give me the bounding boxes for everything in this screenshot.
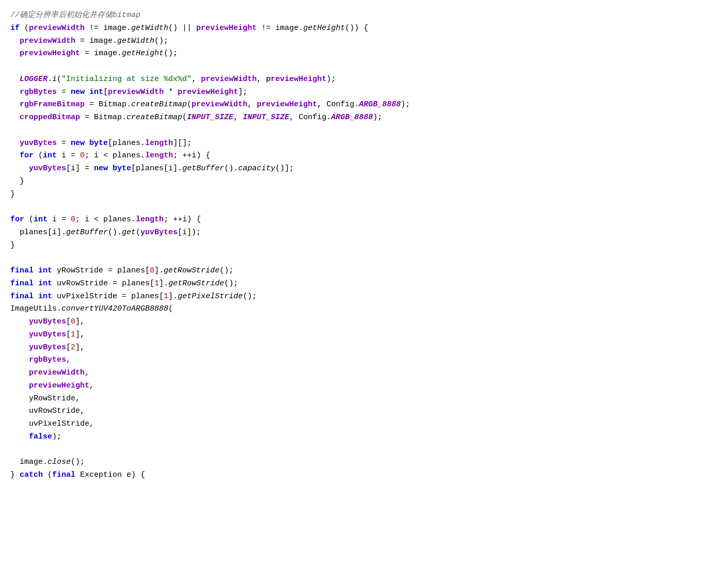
line-blank1 xyxy=(10,60,718,73)
code-container: //确定分辨率后初始化并存储bitmap if (previewWidth !=… xyxy=(0,0,728,582)
line-9: for (int i = 0; i < planes.length; ++i) … xyxy=(10,150,718,163)
line-15: } xyxy=(10,239,718,252)
line-17: final int uvRowStride = planes[1].getRow… xyxy=(10,278,718,290)
line-20: yuvBytes[0], xyxy=(10,316,718,329)
line-24: previewWidth, xyxy=(10,367,718,380)
line-10: yuvBytes[i] = new byte[planes[i].getBuff… xyxy=(10,163,718,175)
line-29: false); xyxy=(10,431,718,444)
line-7: croppedBitmap = Bitmap.createBitmap(INPU… xyxy=(10,111,718,124)
line-25: previewHeight, xyxy=(10,380,718,393)
line-27: uvRowStride, xyxy=(10,405,718,418)
line-23: rgbBytes, xyxy=(10,354,718,367)
line-12: } xyxy=(10,188,718,201)
line-21: yuvBytes[1], xyxy=(10,329,718,342)
line-14: planes[i].getBuffer().get(yuvBytes[i]); xyxy=(10,227,718,239)
line-18: final int uvPixelStride = planes[1].getP… xyxy=(10,290,718,303)
line-2: previewWidth = image.getWidth(); xyxy=(10,35,718,48)
line-19: ImageUtils.convertYUV420ToARGB8888( xyxy=(10,303,718,316)
line-6: rgbFrameBitmap = Bitmap.createBitmap(pre… xyxy=(10,99,718,111)
line-5: rgbBytes = new int[previewWidth * previe… xyxy=(10,86,718,99)
line-31: } catch (final Exception e) { xyxy=(10,469,718,482)
line-4: LOGGER.i("Initializing at size %dx%d", p… xyxy=(10,73,718,86)
line-13: for (int i = 0; i < planes.length; ++i) … xyxy=(10,214,718,227)
line-1: if (previewWidth != image.getWidth() || … xyxy=(10,22,718,35)
line-3: previewHeight = image.getHeight(); xyxy=(10,47,718,60)
line-blank3 xyxy=(10,201,718,214)
line-8: yuvBytes = new byte[planes.length][]; xyxy=(10,137,718,150)
line-30: image.close(); xyxy=(10,456,718,469)
line-blank2 xyxy=(10,124,718,137)
line-16: final int yRowStride = planes[0].getRowS… xyxy=(10,265,718,278)
line-28: uvPixelStride, xyxy=(10,418,718,431)
line-22: yuvBytes[2], xyxy=(10,342,718,354)
line-blank5 xyxy=(10,444,718,457)
line-26: yRowStride, xyxy=(10,393,718,406)
code-block: //确定分辨率后初始化并存储bitmap if (previewWidth !=… xyxy=(0,5,728,486)
line-comment: //确定分辨率后初始化并存储bitmap xyxy=(10,9,718,22)
line-11: } xyxy=(10,175,718,188)
line-blank4 xyxy=(10,252,718,265)
